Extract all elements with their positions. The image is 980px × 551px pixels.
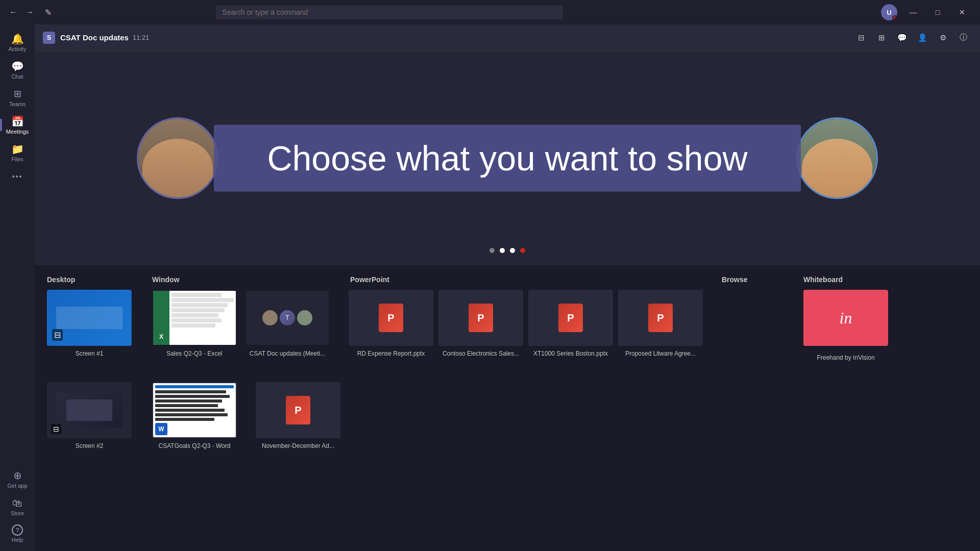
help-icon: ?: [12, 524, 23, 536]
share-panel: Desktop ⊟ Screen #1: [35, 265, 980, 551]
section-whiteboard-title: Whiteboard: [803, 276, 888, 284]
dot-2: [500, 248, 505, 253]
sidebar-item-chat[interactable]: 💬 Chat: [4, 56, 31, 84]
chat-icon: 💬: [11, 60, 23, 72]
share-sections-row1: Desktop ⊟ Screen #1: [47, 276, 968, 361]
teams-meeting-label: CSAT Doc updates (Meeti...: [250, 350, 325, 357]
whiteboard-thumb[interactable]: in: [803, 290, 888, 346]
section-ppt-row2: P November-December Ad...: [257, 371, 339, 449]
excel-row-5: [172, 313, 218, 317]
whiteboard-items: in Freehand by InVision: [803, 290, 888, 361]
ppt-label-1: RD Expense Report.pptx: [357, 350, 425, 357]
share-item-screen2[interactable]: ⊟ Screen #2: [47, 382, 132, 449]
ppt-icon-4: P: [648, 304, 673, 332]
circle-p3: [297, 310, 312, 325]
settings-button[interactable]: ⚙: [934, 29, 951, 46]
title-bar-right: U — □ ✕: [881, 4, 974, 20]
section-window-row2: W CSATGoals Q2-Q3 - Word: [152, 371, 237, 449]
chat-button[interactable]: 💬: [893, 29, 911, 46]
section-desktop-title: Desktop: [47, 276, 132, 284]
screen1-label: Screen #1: [76, 350, 104, 357]
window-items: X Sales Q2-Q3 - Excel T: [152, 290, 330, 357]
dots-row: [489, 248, 525, 253]
sidebar-item-teams[interactable]: ⊞ Teams: [4, 84, 31, 111]
share-item-excel[interactable]: X Sales Q2-Q3 - Excel: [152, 290, 237, 357]
close-button[interactable]: ✕: [950, 4, 974, 20]
ppt-item-3[interactable]: P XT1000 Series Boston.pptx: [530, 290, 611, 357]
section-desktop-row2: ⊟ Screen #2: [47, 371, 132, 449]
whiteboard-button[interactable]: ⊞: [873, 29, 890, 46]
dot-3: [510, 248, 515, 253]
share-item-whiteboard[interactable]: in Freehand by InVision: [803, 290, 888, 361]
maximize-button[interactable]: □: [926, 4, 949, 20]
whiteboard-label: Freehand by InVision: [817, 354, 874, 361]
excel-thumb: X: [152, 290, 237, 346]
desktop-items: ⊟ Screen #1: [47, 290, 132, 357]
participants-button[interactable]: 👤: [914, 29, 931, 46]
ppt-item-1[interactable]: P RD Expense Report.pptx: [350, 290, 432, 357]
teams-icon: ⊞: [11, 88, 23, 100]
excel-content: [169, 291, 236, 345]
sidebar-item-store[interactable]: 🛍 Store: [4, 493, 31, 520]
back-button[interactable]: ←: [6, 5, 20, 19]
word-thumb: W: [152, 382, 237, 438]
sidebar-label-activity: Activity: [9, 46, 27, 52]
get-app-icon: ⊕: [11, 469, 23, 482]
forward-button[interactable]: →: [22, 5, 37, 19]
section-browse: Browse: [722, 276, 783, 361]
search-bar[interactable]: [216, 5, 563, 19]
share-item-screen1[interactable]: ⊟ Screen #1: [47, 290, 132, 357]
sidebar-label-teams: Teams: [9, 101, 26, 107]
section-window: Window: [152, 276, 330, 361]
sidebar-item-meetings[interactable]: 📅 Meetings: [4, 111, 31, 139]
sidebar-label-meetings: Meetings: [6, 129, 29, 135]
sidebar-item-more[interactable]: •••: [4, 166, 31, 187]
sidebar-item-activity[interactable]: 🔔 Activity: [4, 29, 31, 56]
share-item-word[interactable]: W CSATGoals Q2-Q3 - Word: [152, 382, 237, 449]
ppt-item-5[interactable]: P November-December Ad...: [257, 382, 339, 449]
ppt-items-row2: P November-December Ad...: [257, 382, 339, 449]
screen1-thumb: ⊟: [47, 290, 132, 346]
sidebar-label-get-app: Get app: [7, 483, 27, 489]
window-controls: — □ ✕: [901, 4, 974, 20]
nav-buttons: ← →: [6, 5, 37, 19]
compose-button[interactable]: ✎: [41, 5, 55, 19]
ppt-item-4[interactable]: P Proposed Litware Agree...: [620, 290, 701, 357]
info-button[interactable]: ⓘ: [954, 29, 972, 46]
screen-mini: [56, 307, 122, 330]
screen-share-button[interactable]: ⊟: [852, 29, 870, 46]
word-line-7: [155, 413, 228, 416]
word-line-6: [155, 409, 225, 412]
meeting-logo: S: [43, 32, 55, 44]
sidebar-item-get-app[interactable]: ⊕ Get app: [4, 465, 31, 493]
sidebar-label-chat: Chat: [11, 73, 23, 80]
excel-row-4: [172, 308, 224, 312]
excel-row-1: [172, 293, 221, 297]
ppt-item-2[interactable]: P Contoso Electronics Sales...: [440, 290, 522, 357]
excel-badge: X: [155, 331, 167, 343]
ppt-items: P RD Expense Report.pptx P Contoso Elect…: [350, 290, 701, 357]
main-layout: 🔔 Activity 💬 Chat ⊞ Teams 📅 Meetings 📁 F…: [0, 24, 980, 551]
meeting-time: 11:21: [133, 34, 150, 41]
meeting-title: CSAT Doc updates: [60, 33, 129, 42]
word-line-1: [155, 385, 234, 388]
overlay-banner: Choose what you want to show: [214, 125, 801, 192]
sidebar-item-help[interactable]: ? Help: [4, 520, 31, 547]
dot-4: [520, 248, 525, 253]
ppt-label-4: Proposed Litware Agree...: [625, 350, 696, 357]
word-line-2: [155, 390, 226, 393]
search-input[interactable]: [216, 5, 563, 19]
teams-thumb: T: [245, 290, 330, 346]
meeting-header: S CSAT Doc updates 11:21 ⊟ ⊞ 💬 👤 ⚙ ⓘ: [35, 24, 980, 51]
avatar[interactable]: U: [881, 4, 897, 20]
store-icon: 🛍: [11, 497, 23, 509]
word-label: CSATGoals Q2-Q3 - Word: [159, 442, 231, 449]
sidebar-item-files[interactable]: 📁 Files: [4, 139, 31, 166]
minimize-button[interactable]: —: [901, 4, 925, 20]
excel-row-3: [172, 303, 227, 307]
screen-icon: ⊟: [52, 329, 63, 341]
ppt-icon-1: P: [379, 304, 403, 332]
share-item-teams-meeting[interactable]: T CSAT Doc updates (Meeti...: [245, 290, 330, 357]
sidebar: 🔔 Activity 💬 Chat ⊞ Teams 📅 Meetings 📁 F…: [0, 24, 35, 551]
screen2-thumb: ⊟: [47, 382, 132, 438]
